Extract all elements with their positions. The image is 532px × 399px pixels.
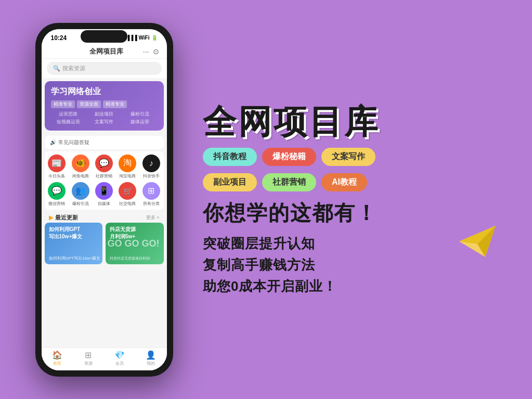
icon-zimeti[interactable]: 📱 自媒体 <box>94 182 114 207</box>
card-doudian[interactable]: 抖店无货源月利润5w+ 抖音抖店无货源项目利润 GO GO GO! <box>106 223 164 264</box>
battery-icon: 🔋 <box>151 35 158 41</box>
faq-text: 常见问题答疑 <box>58 139 89 146</box>
icon-douyinkuaishou[interactable]: ♪ 抖音快手 <box>141 155 161 179</box>
icon-label-2: 闲鱼电商 <box>72 173 89 179</box>
icon-jinritoutiao[interactable]: 📰 今日头条 <box>47 155 67 179</box>
member-icon: 💎 <box>114 350 125 360</box>
section-header-recent: ▶ 最近更新 更多 > <box>42 212 167 223</box>
banner-tag-1: 精准专业 <box>51 100 75 108</box>
tags-row-1: 抖音教程 爆粉秘籍 文案写作 <box>203 148 511 166</box>
tags-row-2: 副业项目 社群营销 AI教程 <box>203 173 511 191</box>
tag-fuye-xiangmu[interactable]: 副业项目 <box>203 173 257 191</box>
phone-banner: 学习网络创业 精准专业 资源全面 精准专业 运营思路 副业项目 爆粉引流 短视频… <box>45 81 164 131</box>
banner-link-2[interactable]: 副业项目 <box>87 111 122 118</box>
search-placeholder: 搜索资源 <box>62 65 85 72</box>
headline: 你想学的这都有！ <box>203 199 511 227</box>
home-icon: 🏠 <box>52 350 62 360</box>
icon-label-6: 微信营销 <box>48 201 65 207</box>
nav-icons: ··· ⊙ <box>143 47 160 56</box>
bottom-nav-resource-label: 资源 <box>84 361 93 366</box>
icon-circle-6: 💬 <box>48 182 66 200</box>
icon-label-5: 抖音快手 <box>143 173 160 179</box>
card-doudian-subtext: 抖音抖店无货源项目利润 <box>110 256 160 261</box>
bottom-nav-mine[interactable]: 👤 我的 <box>135 350 166 366</box>
phone-device: 10:24 ▐▐▐ WiFi 🔋 全网项目库 ··· ⊙ <box>35 23 173 377</box>
card-gpt[interactable]: 如何利用GPT写出10w+爆文 如何利用GPT写出10w+爆文 <box>45 223 103 264</box>
icon-taobaodianshang[interactable]: 淘 淘宝电商 <box>118 155 138 179</box>
icon-label-3: 社群营销 <box>96 173 112 179</box>
icon-circle-2: 🐠 <box>72 155 89 172</box>
icon-circle-3: 💬 <box>95 155 113 172</box>
page-container: 10:24 ▐▐▐ WiFi 🔋 全网项目库 ··· ⊙ <box>0 0 532 399</box>
banner-link-3[interactable]: 爆粉引流 <box>123 111 158 118</box>
icon-label-8: 自媒体 <box>98 201 110 207</box>
phone-bottom-nav: 🏠 首页 ⊞ 资源 💎 会员 👤 我的 <box>42 347 167 370</box>
faq-row[interactable]: 🔊 常见问题答疑 <box>45 136 164 149</box>
mine-icon: 👤 <box>146 350 156 360</box>
icon-baofen[interactable]: 👥 爆粉引流 <box>70 182 90 207</box>
icon-weixinyingxiao[interactable]: 💬 微信营销 <box>47 182 67 207</box>
icons-grid: 📰 今日头条 🐠 闲鱼电商 💬 社群营销 淘 <box>45 151 164 210</box>
more-icon[interactable]: ··· <box>143 47 149 56</box>
banner-link-4[interactable]: 短视频运营 <box>51 119 86 125</box>
status-icons: ▐▐▐ WiFi 🔋 <box>126 35 157 41</box>
banner-link-6[interactable]: 媒体运营 <box>123 119 158 125</box>
icon-label-4: 淘宝电商 <box>119 173 136 179</box>
tag-ai-jiaocheng[interactable]: AI教程 <box>321 173 367 191</box>
cards-row: 如何利用GPT写出10w+爆文 如何利用GPT写出10w+爆文 抖店无货源月利润… <box>42 223 167 264</box>
banner-title: 学习网络创业 <box>51 86 158 97</box>
icon-circle-5: ♪ <box>142 155 160 172</box>
bottom-nav-home[interactable]: 🏠 首页 <box>42 350 73 366</box>
card-gpt-subtext: 如何利用GPT写出10w+爆文 <box>49 255 101 261</box>
main-title: 全网项目库 <box>203 104 511 140</box>
tag-douyin-jiaocheng[interactable]: 抖音教程 <box>203 148 257 166</box>
bottom-nav-resource[interactable]: ⊞ 资源 <box>73 350 104 366</box>
icon-circle-8: 📱 <box>95 182 113 200</box>
phone-content: 学习网络创业 精准专业 资源全面 精准专业 运营思路 副业项目 爆粉引流 短视频… <box>42 78 167 347</box>
wifi-icon: WiFi <box>138 35 149 41</box>
signal-icon: ▐▐▐ <box>126 35 137 41</box>
banner-link-5[interactable]: 文案写作 <box>87 119 122 125</box>
tag-wenanzuoye[interactable]: 文案写作 <box>321 148 375 166</box>
record-icon[interactable]: ⊙ <box>153 47 159 56</box>
section-title-recent: ▶ 最近更新 <box>49 214 78 222</box>
phone-notch <box>81 30 127 43</box>
sub-line-3: 助您0成本开启副业！ <box>203 277 511 295</box>
phone-search-wrap: 🔍 搜索资源 <box>42 59 167 78</box>
search-icon: 🔍 <box>53 65 60 72</box>
section-more-recent[interactable]: 更多 > <box>146 214 160 221</box>
status-time: 10:24 <box>51 34 67 42</box>
nav-title: 全网项目库 <box>89 47 123 56</box>
icon-shejiadianshang[interactable]: 🛒 社交电商 <box>118 182 138 207</box>
phone-screen: 10:24 ▐▐▐ WiFi 🔋 全网项目库 ··· ⊙ <box>42 29 167 370</box>
icon-label-7: 爆粉引流 <box>72 201 89 207</box>
bottom-nav-home-label: 首页 <box>53 361 61 366</box>
icon-suoyoufl[interactable]: ⊞ 所有分类 <box>141 182 161 207</box>
tag-baofen-miji[interactable]: 爆粉秘籍 <box>262 148 316 166</box>
tag-shequn-yingxiao[interactable]: 社群营销 <box>262 173 316 191</box>
paper-plane-wrap <box>459 226 496 259</box>
bottom-nav-member-label: 会员 <box>115 361 124 366</box>
banner-link-1[interactable]: 运营思路 <box>51 111 86 118</box>
icon-label-10: 所有分类 <box>143 201 160 207</box>
bottom-nav-member[interactable]: 💎 会员 <box>104 350 135 366</box>
icon-label-9: 社交电商 <box>119 201 136 207</box>
banner-links: 运营思路 副业项目 爆粉引流 短视频运营 文案写作 媒体运营 <box>51 111 158 125</box>
card-go-text: GO GO GO! <box>107 238 159 249</box>
phone-mockup-wrap: 10:24 ▐▐▐ WiFi 🔋 全网项目库 ··· ⊙ <box>21 10 187 389</box>
banner-tag-3: 精准专业 <box>103 100 127 108</box>
resource-icon: ⊞ <box>85 350 92 360</box>
banner-tags: 精准专业 资源全面 精准专业 <box>51 100 158 108</box>
search-bar[interactable]: 🔍 搜索资源 <box>47 62 162 75</box>
icon-xianyudianshang[interactable]: 🐠 闲鱼电商 <box>70 155 90 179</box>
icon-circle-10: ⊞ <box>142 182 160 200</box>
banner-tag-2: 资源全面 <box>77 100 101 108</box>
paper-plane-icon <box>459 226 496 257</box>
phone-nav-bar: 全网项目库 ··· ⊙ <box>42 45 167 59</box>
icon-label-1: 今日头条 <box>48 173 65 179</box>
right-side: 全网项目库 抖音教程 爆粉秘籍 文案写作 副业项目 社群营销 AI教程 你想学的… <box>203 98 511 300</box>
card-gpt-text: 如何利用GPT写出10w+爆文 <box>49 226 83 240</box>
bottom-nav-mine-label: 我的 <box>147 361 155 366</box>
icon-shequnyingxiao[interactable]: 💬 社群营销 <box>94 155 114 179</box>
icon-circle-1: 📰 <box>48 155 66 172</box>
